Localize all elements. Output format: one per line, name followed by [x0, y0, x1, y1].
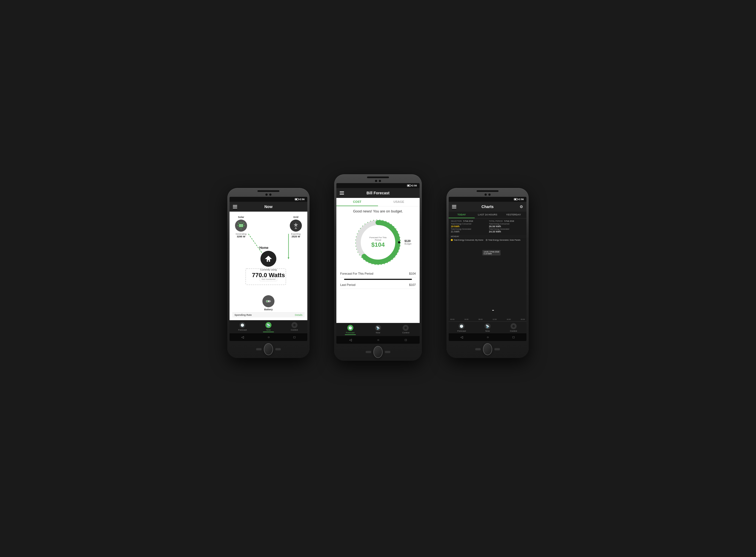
- home-btn-left[interactable]: ○: [267, 335, 270, 339]
- android-nav-left: ◁ ○ □: [229, 333, 307, 341]
- forecast-nav-icon-r: 🕐: [459, 323, 465, 329]
- home-btn-right[interactable]: ○: [487, 335, 489, 339]
- chart-tooltip: 14:00, 5 Feb 2018 0.19 kWh: [482, 250, 501, 256]
- svg-rect-10: [241, 226, 243, 227]
- svg-marker-19: [265, 256, 272, 259]
- phone-bottom-left: [253, 341, 284, 358]
- svg-line-5: [238, 223, 239, 224]
- nav-forecast-center[interactable]: 🕐 Forecast: [343, 325, 358, 335]
- x-axis-labels: 00:00 04:00 08:00 12:00 16:00 20:00: [450, 319, 525, 320]
- spending-label: Spending Rate: [234, 314, 252, 316]
- speaker-grille-right: [477, 190, 499, 192]
- back-btn-left[interactable]: ◁: [241, 335, 244, 339]
- donut-container: Forecast For This Period $104 $120 Budge…: [336, 215, 420, 270]
- control-nav-icon-c: ⚙: [403, 325, 409, 331]
- phone-bottom-center: [363, 344, 393, 361]
- time-tab-24h[interactable]: LAST 24 HOURS: [475, 212, 501, 218]
- svg-rect-23: [270, 301, 271, 302]
- tab-usage[interactable]: USAGE: [378, 198, 420, 206]
- selection-label: SELECTION 5 Feb 2018: [451, 220, 486, 222]
- grid-label: Grid: [293, 216, 298, 218]
- grid-node: Grid Exporting 2525 W: [290, 216, 302, 238]
- time-tab-yesterday[interactable]: YESTERDAY: [500, 212, 527, 218]
- android-nav-center: ◁ ○ □: [336, 336, 420, 344]
- recent-btn-left[interactable]: □: [293, 335, 295, 339]
- back-btn-right[interactable]: ◁: [461, 335, 463, 339]
- nav-control-center[interactable]: ⚙ Control: [398, 325, 413, 335]
- bottom-nav-left: 🕐 Forecast 📡 Now ⚙ Control: [229, 320, 307, 333]
- tab-cost[interactable]: COST: [336, 198, 378, 206]
- speaker-grille-center: [367, 177, 389, 178]
- nav-forecast-right[interactable]: 🕐 Forecast: [454, 323, 469, 332]
- energy-flow: Solar: [232, 214, 305, 312]
- forecast-nav-label-c: Forecast: [346, 331, 354, 334]
- now-screen: Solar: [229, 212, 307, 320]
- phone-center: 2:56 Bill Forecast COST USAGE G: [334, 174, 422, 361]
- hamburger-menu-right[interactable]: [452, 205, 456, 208]
- phone-left: 2:56 Now Solar: [227, 188, 310, 358]
- home-button-center[interactable]: [373, 346, 383, 358]
- nav-forecast-left[interactable]: 🕐 Forecast: [235, 322, 250, 332]
- grid-icon: [290, 219, 302, 232]
- legend-dark: Total Energy Generated, Solar Panels: [486, 239, 521, 241]
- home-button-right[interactable]: [483, 343, 492, 355]
- time-tab-today[interactable]: TODAY: [449, 212, 475, 218]
- status-time-right: 2:56: [519, 198, 524, 201]
- phone-screen-center: 2:56 Bill Forecast COST USAGE G: [336, 183, 420, 344]
- app-header-right: Charts ⚙: [449, 202, 527, 212]
- svg-rect-9: [240, 226, 241, 227]
- control-nav-label-c: Control: [402, 331, 409, 334]
- charts-info-left: SELECTION 5 Feb 2018 Total Energy Consum…: [451, 220, 486, 233]
- phone-screen-left: 2:56 Now Solar: [229, 197, 307, 341]
- android-nav-right: ◁ ○ □: [449, 333, 527, 341]
- now-nav-label-c: Now: [376, 331, 380, 334]
- recent-btn-center[interactable]: □: [405, 338, 407, 342]
- x-label-1: 04:00: [464, 319, 468, 320]
- svg-line-6: [243, 223, 244, 224]
- x-label-5: 20:00: [521, 319, 525, 320]
- donut-amount: $104: [371, 241, 385, 248]
- speaker-grille: [257, 190, 279, 192]
- info-value-generated-left: 21 kWh: [451, 230, 486, 233]
- home-button-left[interactable]: [264, 343, 273, 355]
- app-title-right: Charts: [481, 204, 494, 209]
- donut-center-text: Forecast For This Period $104: [370, 236, 387, 248]
- info-row-consumed-right: Total Energy Consumed: [489, 223, 524, 225]
- nav-now-right[interactable]: 📡 Now: [480, 323, 495, 332]
- bottom-nav-center: 🕐 Forecast 📡 Now ⚙ Control: [336, 323, 420, 336]
- phone-top-bar-center: [334, 174, 422, 183]
- camera-dot: [269, 194, 272, 196]
- charts-info-right: TOTAL PERIOD 5 Feb 2018 Total Energy Con…: [489, 220, 524, 233]
- chart-area: 14:00, 5 Feb 2018 0.19 kWh: [449, 242, 527, 321]
- battery-icon-center: [407, 184, 411, 187]
- status-bar-center: 2:56: [336, 183, 420, 188]
- app-header-center: Bill Forecast: [336, 188, 420, 198]
- back-btn-center[interactable]: ◁: [349, 338, 352, 342]
- nav-control-left[interactable]: ⚙ Control: [287, 322, 302, 332]
- hamburger-menu-left[interactable]: [233, 205, 237, 208]
- gear-icon-right[interactable]: ⚙: [519, 204, 523, 209]
- forecast-value-1: $104: [409, 272, 416, 275]
- home-btn-center[interactable]: ○: [377, 338, 379, 342]
- forecast-label-1: Forecast For This Period: [340, 272, 373, 275]
- camera-dots-right: [484, 194, 491, 196]
- nav-now-left[interactable]: 📡 Now: [261, 322, 276, 332]
- forecast-nav-icon: 🕐: [240, 322, 245, 328]
- currently-using-label: Currently using: [260, 268, 277, 271]
- app-header-left: Now: [229, 202, 307, 212]
- phone-right: 2:56 Charts ⚙ TODAY LAST 24 HOURS YESTER: [446, 188, 529, 358]
- forecast-row-1: Forecast For This Period $104: [340, 270, 416, 278]
- details-link[interactable]: Details: [295, 314, 303, 316]
- nav-control-right[interactable]: ⚙ Control: [506, 323, 521, 332]
- hamburger-menu-center[interactable]: [340, 191, 344, 195]
- app-title-center: Bill Forecast: [367, 191, 389, 195]
- energy-top-row: Solar: [232, 216, 305, 238]
- battery-icon: [295, 198, 298, 200]
- nav-now-center[interactable]: 📡 Now: [370, 325, 385, 335]
- now-nav-label-r: Now: [485, 330, 490, 332]
- x-label-3: 12:00: [493, 319, 497, 320]
- time-tabs: TODAY LAST 24 HOURS YESTERDAY: [449, 212, 527, 218]
- solar-generating: Generating 3295 W: [235, 233, 247, 238]
- solar-icon: [235, 219, 247, 232]
- recent-btn-right[interactable]: □: [512, 335, 514, 339]
